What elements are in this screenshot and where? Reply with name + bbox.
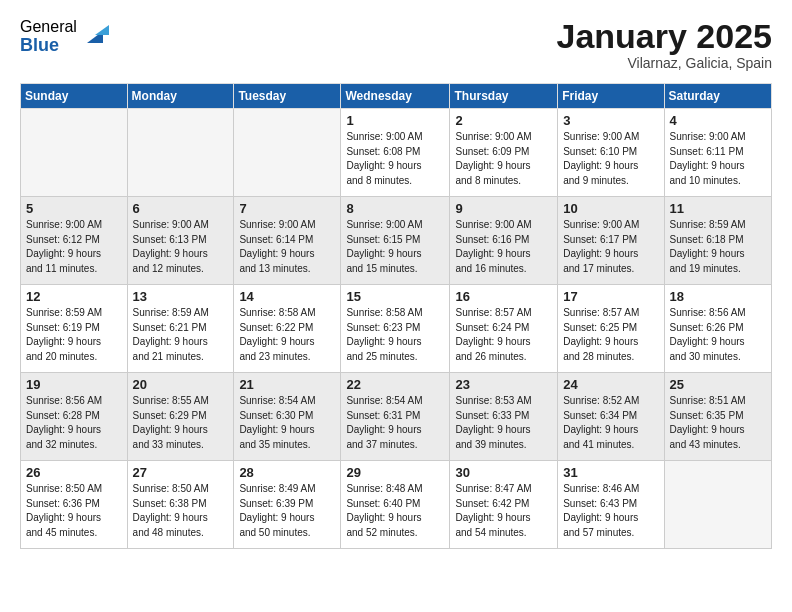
- logo-text: General Blue: [20, 18, 77, 55]
- table-row: 13Sunrise: 8:59 AM Sunset: 6:21 PM Dayli…: [127, 285, 234, 373]
- table-row: 9Sunrise: 9:00 AM Sunset: 6:16 PM Daylig…: [450, 197, 558, 285]
- day-number: 2: [455, 113, 552, 128]
- day-number: 25: [670, 377, 766, 392]
- calendar-week-row: 26Sunrise: 8:50 AM Sunset: 6:36 PM Dayli…: [21, 461, 772, 549]
- title-block: January 2025 Vilarnaz, Galicia, Spain: [557, 18, 773, 71]
- col-sunday: Sunday: [21, 84, 128, 109]
- day-number: 7: [239, 201, 335, 216]
- day-number: 21: [239, 377, 335, 392]
- day-info: Sunrise: 8:59 AM Sunset: 6:21 PM Dayligh…: [133, 306, 229, 364]
- day-number: 24: [563, 377, 658, 392]
- day-info: Sunrise: 8:57 AM Sunset: 6:24 PM Dayligh…: [455, 306, 552, 364]
- calendar: Sunday Monday Tuesday Wednesday Thursday…: [20, 83, 772, 549]
- table-row: 11Sunrise: 8:59 AM Sunset: 6:18 PM Dayli…: [664, 197, 771, 285]
- day-info: Sunrise: 8:56 AM Sunset: 6:28 PM Dayligh…: [26, 394, 122, 452]
- day-number: 11: [670, 201, 766, 216]
- day-number: 22: [346, 377, 444, 392]
- table-row: 3Sunrise: 9:00 AM Sunset: 6:10 PM Daylig…: [558, 109, 664, 197]
- day-number: 9: [455, 201, 552, 216]
- table-row: 5Sunrise: 9:00 AM Sunset: 6:12 PM Daylig…: [21, 197, 128, 285]
- logo-icon: [81, 21, 109, 49]
- day-number: 18: [670, 289, 766, 304]
- day-info: Sunrise: 9:00 AM Sunset: 6:17 PM Dayligh…: [563, 218, 658, 276]
- day-number: 16: [455, 289, 552, 304]
- day-number: 12: [26, 289, 122, 304]
- day-info: Sunrise: 8:54 AM Sunset: 6:30 PM Dayligh…: [239, 394, 335, 452]
- day-number: 13: [133, 289, 229, 304]
- table-row: 21Sunrise: 8:54 AM Sunset: 6:30 PM Dayli…: [234, 373, 341, 461]
- table-row: 16Sunrise: 8:57 AM Sunset: 6:24 PM Dayli…: [450, 285, 558, 373]
- table-row: 23Sunrise: 8:53 AM Sunset: 6:33 PM Dayli…: [450, 373, 558, 461]
- table-row: 4Sunrise: 9:00 AM Sunset: 6:11 PM Daylig…: [664, 109, 771, 197]
- day-number: 19: [26, 377, 122, 392]
- day-info: Sunrise: 9:00 AM Sunset: 6:11 PM Dayligh…: [670, 130, 766, 188]
- day-info: Sunrise: 8:50 AM Sunset: 6:38 PM Dayligh…: [133, 482, 229, 540]
- day-info: Sunrise: 8:48 AM Sunset: 6:40 PM Dayligh…: [346, 482, 444, 540]
- day-number: 14: [239, 289, 335, 304]
- table-row: 29Sunrise: 8:48 AM Sunset: 6:40 PM Dayli…: [341, 461, 450, 549]
- col-wednesday: Wednesday: [341, 84, 450, 109]
- day-info: Sunrise: 8:58 AM Sunset: 6:23 PM Dayligh…: [346, 306, 444, 364]
- table-row: 10Sunrise: 9:00 AM Sunset: 6:17 PM Dayli…: [558, 197, 664, 285]
- day-number: 6: [133, 201, 229, 216]
- table-row: [127, 109, 234, 197]
- col-thursday: Thursday: [450, 84, 558, 109]
- day-number: 28: [239, 465, 335, 480]
- day-info: Sunrise: 9:00 AM Sunset: 6:10 PM Dayligh…: [563, 130, 658, 188]
- table-row: 18Sunrise: 8:56 AM Sunset: 6:26 PM Dayli…: [664, 285, 771, 373]
- col-tuesday: Tuesday: [234, 84, 341, 109]
- table-row: 8Sunrise: 9:00 AM Sunset: 6:15 PM Daylig…: [341, 197, 450, 285]
- day-number: 17: [563, 289, 658, 304]
- header: General Blue January 2025 Vilarnaz, Gali…: [20, 18, 772, 71]
- day-info: Sunrise: 8:53 AM Sunset: 6:33 PM Dayligh…: [455, 394, 552, 452]
- page: General Blue January 2025 Vilarnaz, Gali…: [0, 0, 792, 612]
- day-info: Sunrise: 8:52 AM Sunset: 6:34 PM Dayligh…: [563, 394, 658, 452]
- day-number: 5: [26, 201, 122, 216]
- table-row: 25Sunrise: 8:51 AM Sunset: 6:35 PM Dayli…: [664, 373, 771, 461]
- day-info: Sunrise: 8:59 AM Sunset: 6:19 PM Dayligh…: [26, 306, 122, 364]
- day-number: 4: [670, 113, 766, 128]
- calendar-week-row: 5Sunrise: 9:00 AM Sunset: 6:12 PM Daylig…: [21, 197, 772, 285]
- day-number: 20: [133, 377, 229, 392]
- day-number: 15: [346, 289, 444, 304]
- col-saturday: Saturday: [664, 84, 771, 109]
- table-row: 28Sunrise: 8:49 AM Sunset: 6:39 PM Dayli…: [234, 461, 341, 549]
- table-row: 26Sunrise: 8:50 AM Sunset: 6:36 PM Dayli…: [21, 461, 128, 549]
- table-row: 14Sunrise: 8:58 AM Sunset: 6:22 PM Dayli…: [234, 285, 341, 373]
- logo-general: General: [20, 18, 77, 36]
- day-info: Sunrise: 9:00 AM Sunset: 6:16 PM Dayligh…: [455, 218, 552, 276]
- day-info: Sunrise: 9:00 AM Sunset: 6:13 PM Dayligh…: [133, 218, 229, 276]
- day-number: 31: [563, 465, 658, 480]
- svg-marker-1: [95, 25, 109, 35]
- table-row: 30Sunrise: 8:47 AM Sunset: 6:42 PM Dayli…: [450, 461, 558, 549]
- col-monday: Monday: [127, 84, 234, 109]
- subtitle: Vilarnaz, Galicia, Spain: [557, 55, 773, 71]
- day-number: 10: [563, 201, 658, 216]
- month-title: January 2025: [557, 18, 773, 55]
- day-number: 3: [563, 113, 658, 128]
- day-info: Sunrise: 8:56 AM Sunset: 6:26 PM Dayligh…: [670, 306, 766, 364]
- day-number: 30: [455, 465, 552, 480]
- calendar-week-row: 12Sunrise: 8:59 AM Sunset: 6:19 PM Dayli…: [21, 285, 772, 373]
- table-row: 12Sunrise: 8:59 AM Sunset: 6:19 PM Dayli…: [21, 285, 128, 373]
- logo-blue: Blue: [20, 36, 77, 56]
- logo: General Blue: [20, 18, 109, 55]
- table-row: 17Sunrise: 8:57 AM Sunset: 6:25 PM Dayli…: [558, 285, 664, 373]
- day-info: Sunrise: 8:58 AM Sunset: 6:22 PM Dayligh…: [239, 306, 335, 364]
- day-number: 23: [455, 377, 552, 392]
- calendar-week-row: 19Sunrise: 8:56 AM Sunset: 6:28 PM Dayli…: [21, 373, 772, 461]
- col-friday: Friday: [558, 84, 664, 109]
- day-info: Sunrise: 8:46 AM Sunset: 6:43 PM Dayligh…: [563, 482, 658, 540]
- table-row: 24Sunrise: 8:52 AM Sunset: 6:34 PM Dayli…: [558, 373, 664, 461]
- day-info: Sunrise: 9:00 AM Sunset: 6:12 PM Dayligh…: [26, 218, 122, 276]
- table-row: 1Sunrise: 9:00 AM Sunset: 6:08 PM Daylig…: [341, 109, 450, 197]
- day-number: 26: [26, 465, 122, 480]
- table-row: 20Sunrise: 8:55 AM Sunset: 6:29 PM Dayli…: [127, 373, 234, 461]
- day-info: Sunrise: 9:00 AM Sunset: 6:14 PM Dayligh…: [239, 218, 335, 276]
- day-info: Sunrise: 8:51 AM Sunset: 6:35 PM Dayligh…: [670, 394, 766, 452]
- day-number: 29: [346, 465, 444, 480]
- day-info: Sunrise: 9:00 AM Sunset: 6:08 PM Dayligh…: [346, 130, 444, 188]
- day-info: Sunrise: 8:55 AM Sunset: 6:29 PM Dayligh…: [133, 394, 229, 452]
- day-info: Sunrise: 8:49 AM Sunset: 6:39 PM Dayligh…: [239, 482, 335, 540]
- table-row: 2Sunrise: 9:00 AM Sunset: 6:09 PM Daylig…: [450, 109, 558, 197]
